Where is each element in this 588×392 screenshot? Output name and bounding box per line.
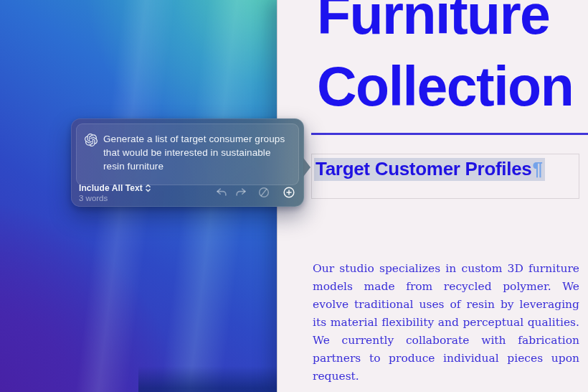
body-paragraph[interactable]: Our studio specializes in custom 3D furn…	[313, 260, 579, 386]
document-title: Furniture Collection	[317, 0, 573, 122]
section-heading-text[interactable]: Target Customer Profiles	[316, 158, 532, 179]
add-button[interactable]	[283, 186, 295, 199]
scope-label: Include All Text	[79, 183, 143, 193]
word-count: 3 words	[79, 194, 151, 202]
section-heading-block[interactable]: Target Customer Profiles¶	[311, 154, 579, 199]
retry-circle-icon[interactable]	[257, 186, 270, 199]
document-title-line1: Furniture	[317, 0, 573, 50]
chevron-up-down-icon	[145, 183, 151, 193]
selected-text-highlight[interactable]: Target Customer Profiles¶	[314, 158, 545, 181]
openai-logo-icon	[85, 134, 98, 146]
section-divider	[311, 133, 588, 135]
undo-button[interactable]	[215, 186, 228, 199]
footer-left: Include All Text 3 words	[79, 183, 151, 202]
screenshot-root: Furniture Collection Target Customer Pro…	[0, 0, 588, 392]
footer-actions	[215, 186, 295, 199]
document-title-line2: Collection	[317, 50, 573, 122]
prompt-card[interactable]: Generate a list of target consumer group…	[76, 123, 299, 185]
paragraph-mark: ¶	[533, 158, 543, 179]
chatgpt-writing-tools-popup: Generate a list of target consumer group…	[71, 118, 304, 207]
redo-button[interactable]	[234, 186, 247, 199]
scope-selector[interactable]: Include All Text	[79, 183, 151, 193]
popup-footer: Include All Text 3 words	[71, 181, 304, 207]
prompt-text[interactable]: Generate a list of target consumer group…	[103, 133, 291, 185]
document-page: Furniture Collection Target Customer Pro…	[277, 0, 588, 392]
